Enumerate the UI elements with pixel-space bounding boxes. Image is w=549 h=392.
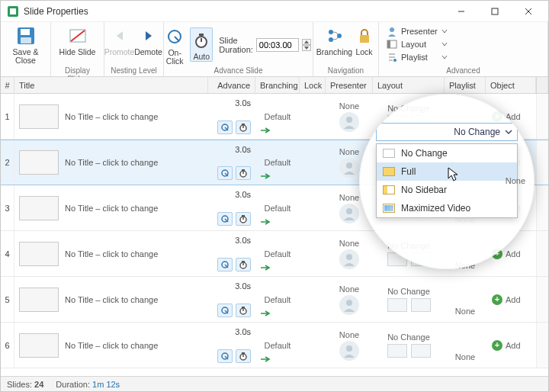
layout-dropdown: No ChangeFullNo SidebarMaximized Video: [376, 143, 518, 218]
row-playlist-cell[interactable]: None: [445, 277, 486, 322]
svg-point-19: [390, 27, 394, 32]
auto-toggle[interactable]: [236, 349, 251, 363]
onclick-toggle[interactable]: [217, 166, 233, 180]
col-branching[interactable]: Branching: [255, 77, 300, 93]
layout-option-full[interactable]: Full: [377, 162, 517, 181]
col-lock[interactable]: Lock: [300, 77, 326, 93]
row-lock-cell[interactable]: [300, 140, 326, 185]
col-presenter[interactable]: Presenter: [326, 77, 373, 93]
auto-toggle[interactable]: [236, 166, 251, 180]
row-presenter-cell[interactable]: None: [326, 231, 373, 276]
advance-time: 3.0s: [235, 236, 251, 245]
row-presenter-cell[interactable]: None: [326, 94, 373, 139]
table-row[interactable]: 6No Title – click to change3.0sDefaultNo…: [1, 323, 548, 368]
row-title-cell[interactable]: No Title – click to change: [14, 277, 208, 322]
auto-toggle[interactable]: [236, 304, 251, 317]
layout-value: No Change: [387, 287, 430, 296]
layout-option-max[interactable]: Maximized Video: [377, 199, 517, 217]
onclick-toggle[interactable]: [217, 349, 233, 363]
row-presenter-cell[interactable]: None: [326, 323, 373, 368]
row-branching-cell[interactable]: Default: [255, 231, 300, 276]
scroll-up-button[interactable]: [536, 77, 548, 93]
slide-title[interactable]: No Title – click to change: [65, 112, 158, 121]
add-object-button[interactable]: +Add: [492, 294, 521, 305]
row-lock-cell[interactable]: [300, 231, 326, 276]
row-number: 2: [1, 140, 14, 185]
row-lock-cell[interactable]: [300, 185, 326, 230]
svg-rect-7: [21, 29, 30, 35]
demote-button[interactable]: Demote: [135, 24, 162, 56]
row-lock-cell[interactable]: [300, 277, 326, 322]
presenter-menu[interactable]: Presenter: [384, 25, 451, 37]
col-playlist[interactable]: Playlist: [445, 77, 486, 93]
row-title-cell[interactable]: No Title – click to change: [14, 94, 208, 139]
auto-toggle[interactable]: [236, 258, 251, 272]
row-advance-cell[interactable]: 3.0s: [208, 185, 255, 230]
row-branching-cell[interactable]: Default: [255, 140, 300, 185]
row-title-cell[interactable]: No Title – click to change: [14, 231, 208, 276]
row-layout-cell[interactable]: No Change: [373, 323, 445, 368]
layout-combo[interactable]: No Change: [376, 123, 518, 141]
onclick-toggle[interactable]: [217, 304, 233, 317]
lock-button[interactable]: Lock: [354, 24, 375, 56]
presenter-value: None: [339, 239, 359, 248]
col-advance[interactable]: Advance: [208, 77, 255, 93]
duration-input[interactable]: [256, 38, 299, 52]
layout-menu[interactable]: Layout: [384, 38, 451, 50]
onclick-toggle[interactable]: [217, 258, 233, 272]
slide-title[interactable]: No Title – click to change: [65, 341, 158, 350]
col-title[interactable]: Title: [14, 77, 208, 93]
row-advance-cell[interactable]: 3.0s: [208, 231, 255, 276]
row-object-cell[interactable]: +Add: [486, 323, 536, 368]
row-title-cell[interactable]: No Title – click to change: [14, 185, 208, 230]
svg-rect-8: [21, 37, 31, 43]
slide-title[interactable]: No Title – click to change: [65, 249, 158, 259]
col-number[interactable]: #: [1, 77, 14, 93]
row-title-cell[interactable]: No Title – click to change: [14, 323, 208, 368]
row-title-cell[interactable]: No Title – click to change: [14, 140, 208, 185]
row-advance-cell[interactable]: 3.0s: [208, 323, 255, 368]
row-lock-cell[interactable]: [300, 94, 326, 139]
row-presenter-cell[interactable]: None: [326, 277, 373, 322]
branching-button[interactable]: Branching: [317, 24, 352, 56]
onclick-toggle[interactable]: [217, 120, 233, 134]
table-row[interactable]: 5No Title – click to change3.0sDefaultNo…: [1, 277, 548, 323]
row-branching-cell[interactable]: Default: [255, 277, 300, 322]
window-minimize-button[interactable]: [445, 2, 478, 21]
row-lock-cell[interactable]: [300, 323, 326, 368]
layout-option-nochg[interactable]: No Change: [377, 144, 517, 162]
playlist-menu[interactable]: Playlist: [384, 51, 451, 63]
col-object[interactable]: Object: [486, 77, 536, 93]
row-layout-cell[interactable]: No Change: [373, 277, 445, 322]
slide-title[interactable]: No Title – click to change: [65, 295, 158, 304]
auto-button[interactable]: Auto: [190, 27, 213, 62]
avatar-icon: [339, 158, 359, 178]
onclick-button[interactable]: On-Click: [164, 24, 185, 66]
row-advance-cell[interactable]: 3.0s: [208, 94, 255, 139]
svg-point-28: [346, 117, 352, 123]
onclick-toggle[interactable]: [217, 212, 233, 226]
auto-toggle[interactable]: [236, 120, 251, 134]
row-advance-cell[interactable]: 3.0s: [208, 140, 255, 185]
col-layout[interactable]: Layout: [373, 77, 445, 93]
presenter-value: None: [339, 284, 359, 294]
row-branching-cell[interactable]: Default: [255, 185, 300, 230]
slide-title[interactable]: No Title – click to change: [65, 158, 158, 167]
branch-arrow-icon: [260, 172, 271, 180]
hide-slide-button[interactable]: Hide Slide: [56, 24, 99, 56]
promote-button[interactable]: Promote: [106, 24, 133, 56]
row-object-cell[interactable]: +Add: [486, 277, 536, 322]
row-branching-cell[interactable]: Default: [255, 323, 300, 368]
auto-toggle[interactable]: [236, 212, 251, 226]
layout-option-nosb[interactable]: No Sidebar: [377, 181, 517, 199]
duration-spinner[interactable]: [302, 39, 311, 51]
branch-arrow-icon: [260, 310, 271, 317]
row-advance-cell[interactable]: 3.0s: [208, 277, 255, 322]
row-branching-cell[interactable]: Default: [255, 94, 300, 139]
row-playlist-cell[interactable]: None: [445, 323, 486, 368]
add-object-button[interactable]: +Add: [492, 340, 521, 351]
save-close-button[interactable]: Save & Close: [5, 24, 46, 65]
slide-title[interactable]: No Title – click to change: [65, 204, 158, 213]
window-maximize-button[interactable]: [478, 2, 512, 21]
window-close-button[interactable]: [512, 2, 545, 21]
